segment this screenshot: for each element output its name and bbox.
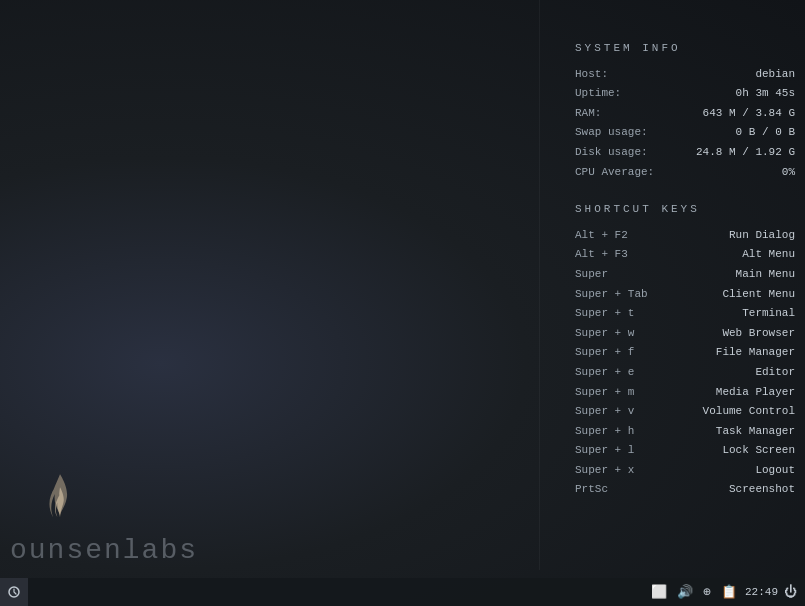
shortcut-action: Task Manager: [716, 423, 795, 441]
clipboard-tray-icon[interactable]: 📋: [719, 584, 739, 600]
shortcut-key: Super + e: [575, 364, 634, 382]
shortcut-key: Super + m: [575, 384, 634, 402]
shortcut-row: Super + f File Manager: [575, 344, 795, 362]
shortcut-row: Super + m Media Player: [575, 384, 795, 402]
info-label: RAM:: [575, 105, 601, 123]
shortcut-action: Lock Screen: [722, 442, 795, 460]
system-info-row: CPU Average: 0%: [575, 164, 795, 182]
shortcut-row: Super + l Lock Screen: [575, 442, 795, 460]
shortcut-key: PrtSc: [575, 481, 608, 499]
monitor-tray-icon[interactable]: ⬜: [649, 584, 669, 600]
shortcut-key: Super + h: [575, 423, 634, 441]
shortcut-key: Super + x: [575, 462, 634, 480]
shortcut-row: Super + t Terminal: [575, 305, 795, 323]
shortcut-keys-table: Alt + F2 Run Dialog Alt + F3 Alt Menu Su…: [575, 227, 795, 499]
shortcut-row: Super Main Menu: [575, 266, 795, 284]
shortcut-row: PrtSc Screenshot: [575, 481, 795, 499]
shortcut-row: Super + e Editor: [575, 364, 795, 382]
shortcut-action: Editor: [755, 364, 795, 382]
shortcut-row: Super + x Logout: [575, 462, 795, 480]
shortcut-action: File Manager: [716, 344, 795, 362]
taskbar-left: [0, 578, 28, 606]
shortcut-row: Super + v Volume Control: [575, 403, 795, 421]
info-value: 0 B / 0 B: [736, 124, 795, 142]
shortcut-key: Alt + F3: [575, 246, 628, 264]
shortcut-row: Alt + F3 Alt Menu: [575, 246, 795, 264]
taskbar: ⬜ 🔊 ⊕ 📋 22:49 ⏻: [0, 578, 805, 606]
shortcut-key: Super + v: [575, 403, 634, 421]
system-info-row: Swap usage: 0 B / 0 B: [575, 124, 795, 142]
shortcut-row: Super + Tab Client Menu: [575, 286, 795, 304]
system-info-row: RAM: 643 M / 3.84 G: [575, 105, 795, 123]
shortcut-row: Alt + F2 Run Dialog: [575, 227, 795, 245]
start-button[interactable]: [0, 578, 28, 606]
system-info-row: Disk usage: 24.8 M / 1.92 G: [575, 144, 795, 162]
shortcut-action: Screenshot: [729, 481, 795, 499]
network-tray-icon[interactable]: ⊕: [701, 584, 713, 600]
volume-tray-icon[interactable]: 🔊: [675, 584, 695, 600]
shortcut-key: Super + t: [575, 305, 634, 323]
shortcut-key: Super + Tab: [575, 286, 648, 304]
shortcut-action: Client Menu: [722, 286, 795, 304]
system-info-row: Uptime: 0h 3m 45s: [575, 85, 795, 103]
system-info-table: Host: debian Uptime: 0h 3m 45s RAM: 643 …: [575, 66, 795, 182]
shortcut-action: Run Dialog: [729, 227, 795, 245]
clock-display: 22:49: [745, 586, 778, 598]
info-label: CPU Average:: [575, 164, 654, 182]
power-tray-icon[interactable]: ⏻: [784, 585, 797, 600]
taskbar-right: ⬜ 🔊 ⊕ 📋 22:49 ⏻: [649, 584, 797, 600]
info-label: Disk usage:: [575, 144, 648, 162]
shortcut-action: Alt Menu: [742, 246, 795, 264]
shortcut-key: Alt + F2: [575, 227, 628, 245]
shortcut-row: Super + h Task Manager: [575, 423, 795, 441]
shortcut-keys-title: SHORTCUT KEYS: [575, 201, 795, 219]
shortcut-action: Logout: [755, 462, 795, 480]
shortcut-action: Main Menu: [736, 266, 795, 284]
shortcut-row: Super + w Web Browser: [575, 325, 795, 343]
info-value: debian: [755, 66, 795, 84]
info-value: 0h 3m 45s: [736, 85, 795, 103]
shortcut-key: Super + w: [575, 325, 634, 343]
shortcut-action: Terminal: [742, 305, 795, 323]
info-value: 643 M / 3.84 G: [703, 105, 795, 123]
info-panel: SYSTEM INFO Host: debian Uptime: 0h 3m 4…: [575, 40, 795, 501]
start-icon: [7, 585, 21, 599]
info-value: 0%: [782, 164, 795, 182]
brand-text: ounsenlabs: [10, 535, 198, 566]
shortcut-action: Media Player: [716, 384, 795, 402]
info-value: 24.8 M / 1.92 G: [696, 144, 795, 162]
info-label: Uptime:: [575, 85, 621, 103]
brand-area: ounsenlabs: [10, 470, 198, 566]
shortcut-action: Web Browser: [722, 325, 795, 343]
info-label: Host:: [575, 66, 608, 84]
info-label: Swap usage:: [575, 124, 648, 142]
shortcut-key: Super: [575, 266, 608, 284]
shortcut-key: Super + l: [575, 442, 634, 460]
shortcut-action: Volume Control: [703, 403, 795, 421]
shortcut-key: Super + f: [575, 344, 634, 362]
flame-logo-icon: [40, 470, 80, 530]
system-info-title: SYSTEM INFO: [575, 40, 795, 58]
system-info-row: Host: debian: [575, 66, 795, 84]
